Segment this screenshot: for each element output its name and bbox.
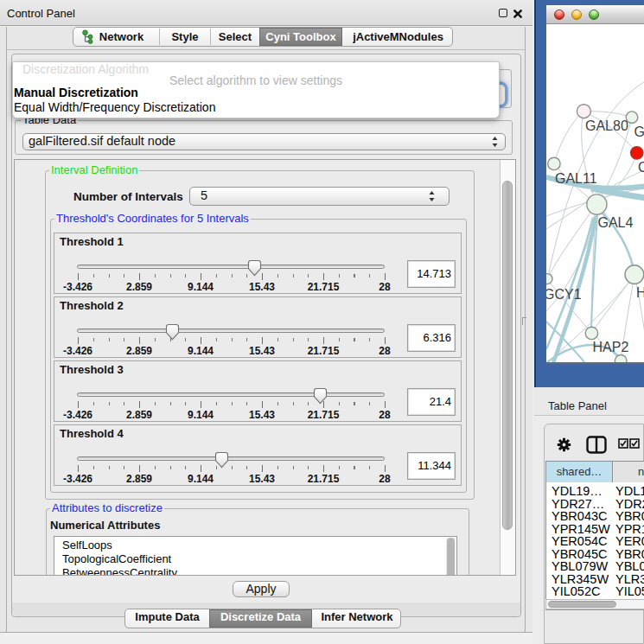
svg-text:H: H (636, 285, 644, 300)
svg-text:GA: GA (634, 124, 644, 139)
svg-text:GCY1: GCY1 (546, 287, 582, 302)
svg-text:HAP2: HAP2 (593, 340, 629, 354)
svg-text:GAL80: GAL80 (585, 118, 628, 133)
svg-text:GAL4: GAL4 (598, 215, 634, 230)
svg-text:C: C (638, 160, 644, 175)
svg-text:GAL11: GAL11 (555, 171, 597, 186)
